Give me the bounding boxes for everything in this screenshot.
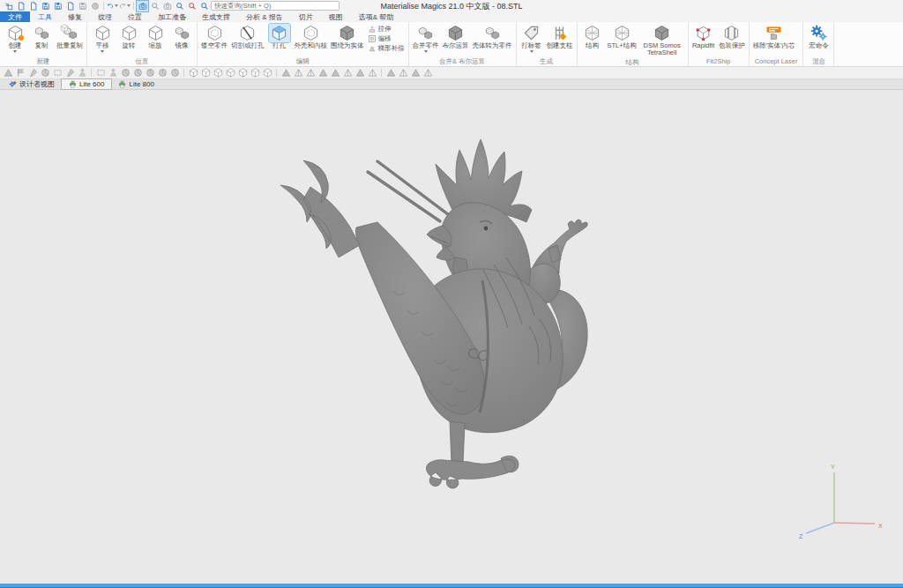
view-isometric-icon[interactable] — [262, 68, 272, 78]
trapezoid-compensation-button[interactable]: 梯形补偿 — [368, 44, 405, 53]
create-button[interactable]: 创建 — [2, 23, 28, 54]
translate-icon — [92, 24, 113, 42]
scene-tab-lite-600[interactable]: Lite 600 — [62, 79, 111, 89]
unmark-all-icon[interactable] — [132, 68, 143, 78]
cut-or-punch-icon — [237, 24, 258, 42]
view-back-icon[interactable] — [213, 68, 223, 78]
shrink-marking-icon[interactable] — [169, 68, 180, 78]
packaging-protection-button[interactable]: 包装保护 — [717, 23, 747, 50]
lasso-selection-icon[interactable] — [108, 68, 118, 78]
tab-file[interactable]: 文件 — [0, 11, 30, 22]
shells-to-parts-button[interactable]: 壳体转为零件 — [471, 23, 514, 50]
rotate-button[interactable]: 旋转 — [116, 23, 142, 50]
invert-marking-icon[interactable] — [145, 68, 155, 78]
view-front-icon[interactable] — [200, 68, 211, 78]
tab-fix[interactable]: 修复 — [60, 11, 90, 22]
triangle-tool-10-icon[interactable] — [398, 68, 408, 78]
stl-structures-button[interactable]: STL+结构 — [606, 23, 638, 50]
wrap-to-solid-button[interactable]: 围绕为实体 — [329, 23, 366, 50]
freeform-selection-icon[interactable] — [77, 68, 87, 78]
scene-tab-lite-800[interactable]: Lite 800 — [111, 79, 160, 89]
model-rooster[interactable]: Y X Z — [0, 90, 903, 584]
mark-surface-icon[interactable] — [27, 68, 38, 78]
mark-triangle-icon[interactable] — [3, 68, 13, 78]
model-eye — [484, 227, 489, 231]
mirror-button[interactable]: 镜像 — [168, 23, 195, 50]
tab-tools[interactable]: 工具 — [30, 11, 60, 22]
rescale-button[interactable]: 缩放 — [142, 23, 168, 50]
window-selection-icon[interactable] — [95, 68, 106, 78]
mark-shell-icon[interactable] — [40, 68, 50, 78]
triangle-tool-4-icon[interactable] — [317, 68, 328, 78]
offset-button[interactable]: 偏移 — [368, 34, 405, 43]
triangle-tool-11-icon[interactable] — [410, 68, 421, 78]
macro-button[interactable]: 宏命令 — [805, 23, 832, 50]
dsm-somos-tetrashell-button[interactable]: DSM Somos TetraShell — [638, 23, 686, 57]
view-bottom-icon[interactable] — [188, 68, 198, 78]
triangle-tool-9-icon[interactable] — [385, 68, 396, 78]
view-right-icon[interactable] — [237, 68, 248, 78]
tab-analyze-report[interactable]: 分析 & 报告 — [238, 11, 291, 22]
perforator-button[interactable]: 打孔 — [266, 23, 293, 50]
screenshot-icon[interactable] — [137, 1, 148, 11]
rect-selection-icon[interactable] — [52, 68, 63, 78]
undo-icon[interactable] — [107, 1, 118, 11]
hollow-part-button[interactable]: 镂空零件 — [199, 23, 229, 50]
structures-button[interactable]: 结构 — [579, 23, 606, 50]
mark-all-icon[interactable] — [120, 68, 131, 78]
translate-button[interactable]: 平移 — [89, 23, 116, 54]
tab-options-help[interactable]: 选项& 帮助 — [351, 11, 402, 22]
shell-and-core-button[interactable]: 外壳和内核 — [293, 23, 330, 50]
triangle-tool-8-icon[interactable] — [367, 68, 377, 78]
new-scene-icon[interactable] — [15, 1, 26, 11]
export-icon[interactable] — [64, 1, 76, 11]
packaging-protection-icon — [721, 24, 743, 42]
tab-build-preparation[interactable]: 加工准备 — [150, 11, 194, 22]
remove-solid-core-button[interactable]: 移除'实体'内芯 — [751, 23, 797, 50]
search-input[interactable] — [211, 1, 340, 11]
triangle-tool-1-icon[interactable] — [280, 68, 291, 78]
search-icon[interactable] — [200, 2, 209, 11]
ribbon-group-edit: 镂空零件 切割或打孔 打孔 外壳和内核 围绕为实体 拉伸 — [198, 22, 409, 66]
triangle-tool-12-icon[interactable] — [422, 68, 433, 78]
brush-selection-icon[interactable] — [64, 68, 75, 78]
triangle-tool-2-icon[interactable] — [293, 68, 303, 78]
open-file-icon[interactable] — [27, 1, 39, 11]
rapidfit-button[interactable]: Rapidfit — [690, 23, 717, 50]
ribbon-group-concept-laser: 移除'实体'内芯 Concept Laser — [750, 22, 804, 66]
scene-tab-designer-view[interactable]: 设计者视图 — [2, 79, 62, 89]
view-left-icon[interactable] — [225, 68, 235, 78]
save-as-icon[interactable] — [52, 1, 63, 11]
triangle-tool-6-icon[interactable] — [342, 68, 353, 78]
duplicate-button[interactable]: 复制 — [28, 23, 55, 50]
save-icon[interactable] — [40, 1, 51, 11]
group-label-merge-boolean: 合并& 布尔运算 — [411, 56, 514, 66]
triangle-tool-7-icon[interactable] — [354, 68, 365, 78]
tab-support-generation[interactable]: 生成支撑 — [194, 11, 238, 22]
tab-position[interactable]: 位置 — [120, 11, 150, 22]
triangle-tool-3-icon[interactable] — [305, 68, 316, 78]
mark-plane-icon[interactable] — [15, 68, 26, 78]
triangle-tool-5-icon[interactable] — [330, 68, 340, 78]
zoom-selection-icon[interactable] — [186, 1, 198, 11]
save-all-icon[interactable] — [77, 1, 88, 11]
cut-or-punch-button[interactable]: 切割或打孔 — [229, 23, 266, 50]
tab-view[interactable]: 视图 — [321, 11, 351, 22]
refresh-icon[interactable] — [89, 1, 101, 11]
redo-icon[interactable] — [119, 1, 131, 11]
create-struts-button[interactable]: 创建支柱 — [545, 23, 575, 50]
tab-slicing[interactable]: 切片 — [291, 11, 321, 22]
batch-duplicate-button[interactable]: 批量复制 — [55, 23, 85, 50]
boolean-button[interactable]: 布尔运算 — [441, 23, 471, 50]
zoom-icon[interactable] — [149, 1, 160, 11]
capture-view-icon[interactable] — [161, 1, 173, 11]
zoom-in-icon[interactable] — [174, 1, 185, 11]
label-button[interactable]: 打标签 — [519, 23, 545, 54]
merge-parts-button[interactable]: 合并零件 — [411, 23, 441, 54]
grow-marking-icon[interactable] — [157, 68, 168, 78]
extrude-button[interactable]: 拉伸 — [368, 25, 405, 33]
view-top-icon[interactable] — [250, 68, 260, 78]
import-part-icon[interactable] — [3, 1, 14, 11]
viewport-3d[interactable]: Y X Z — [0, 90, 903, 584]
tab-texture[interactable]: 纹理 — [90, 11, 120, 22]
